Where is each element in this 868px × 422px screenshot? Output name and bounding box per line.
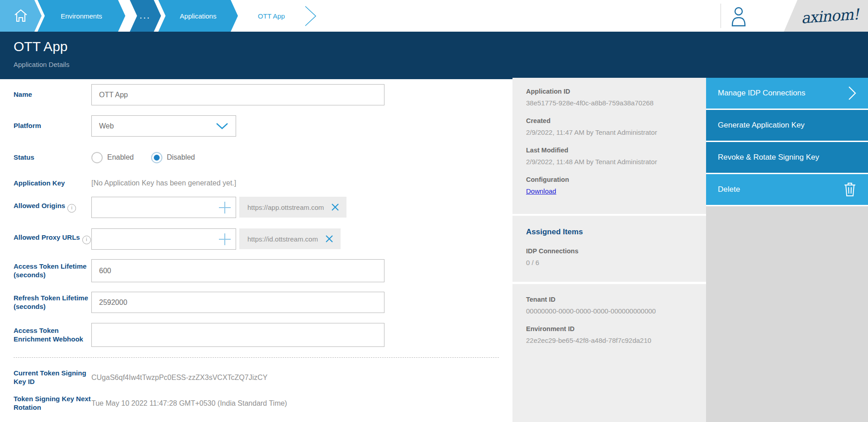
action-buttons: Manage IDP Connections Generate Applicat… (706, 78, 868, 422)
access-token-lifetime-input[interactable] (91, 259, 384, 282)
allowed-origins-label: Allowed Origins (14, 202, 91, 212)
info-panel-assigned-items: Assigned Items IDP Connections 0 / 6 (512, 216, 706, 282)
chevron-right-icon (848, 86, 856, 100)
platform-select[interactable]: Web (91, 115, 236, 137)
platform-label: Platform (14, 122, 91, 130)
topbar-divider (721, 4, 721, 28)
brand-logo: axinom! (784, 0, 868, 32)
download-configuration-link[interactable]: Download (526, 187, 556, 195)
chevron-right-icon (305, 6, 317, 28)
application-id-label: Application ID (526, 88, 693, 95)
allowed-proxy-url-chip: https://id.ottstream.com (239, 228, 341, 249)
current-signing-key-row: Current Token Signing Key ID CUgaS6qf4Iw… (14, 366, 267, 389)
name-label: Name (14, 90, 91, 99)
allowed-origins-row: Allowed Origins https://app.ottstream.co… (14, 196, 346, 218)
manage-idp-connections-button[interactable]: Manage IDP Connections (706, 78, 868, 109)
page-subtitle: Application Details (14, 61, 69, 68)
idp-connections-label: IDP Connections (526, 247, 693, 255)
allowed-proxy-urls-row: Allowed Proxy URLs https://id.ottstream.… (14, 228, 341, 250)
breadcrumb-applications[interactable]: Applications (158, 0, 238, 32)
application-id-value: 38e51775-928e-4f0c-a8b8-759a38a70268 (526, 99, 693, 107)
next-rotation-row: Token Signing Key Next Rotation Tue May … (14, 392, 287, 415)
breadcrumb: Environments ... Applications OTT App ax… (0, 0, 868, 32)
breadcrumb-current-ott-app: OTT App (239, 0, 304, 32)
allowed-proxy-url-chip-text: https://id.ottstream.com (247, 235, 318, 243)
assigned-items-title: Assigned Items (526, 228, 693, 237)
last-modified-value: 2/9/2022, 11:48 AM by Tenant Administrat… (526, 158, 693, 166)
revoke-rotate-signing-key-button[interactable]: Revoke & Rotate Signing Key (706, 142, 868, 173)
status-label: Status (14, 153, 91, 162)
environment-id-label: Environment ID (526, 325, 693, 332)
access-token-lifetime-row: Access Token Lifetime (seconds) (14, 259, 384, 282)
revoke-rotate-signing-key-label: Revoke & Rotate Signing Key (718, 153, 819, 162)
breadcrumb-environments[interactable]: Environments (38, 0, 125, 32)
status-radio-disabled-label: Disabled (167, 153, 195, 161)
allowed-proxy-urls-label: Allowed Proxy URLs (14, 233, 91, 244)
status-radio-enabled[interactable] (91, 152, 103, 163)
allowed-origin-chip-text: https://app.ottstream.com (247, 204, 324, 211)
created-value: 2/9/2022, 11:47 AM by Tenant Administrat… (526, 128, 693, 136)
status-radio-disabled[interactable] (151, 152, 162, 163)
breadcrumb-home[interactable] (0, 0, 42, 32)
add-origin-icon[interactable] (218, 201, 232, 216)
next-rotation-label: Token Signing Key Next Rotation (14, 395, 91, 412)
environment-id-value: 22e2ec29-be65-42f8-a48d-78f7c92da210 (526, 337, 693, 344)
access-token-lifetime-label: Access Token Lifetime (seconds) (14, 262, 91, 280)
idp-connections-count: 0 / 6 (526, 259, 693, 266)
delete-button[interactable]: Delete (706, 174, 868, 205)
info-panel-ids: Tenant ID 00000000-0000-0000-0000-000000… (512, 284, 706, 422)
platform-selected-value: Web (99, 122, 114, 130)
info-panel-metadata: Application ID 38e51775-928e-4f0c-a8b8-7… (512, 78, 706, 214)
page-title: OTT App (14, 39, 68, 54)
application-details-page: Environments ... Applications OTT App ax… (0, 0, 868, 422)
status-radio-enabled-label: Enabled (107, 153, 134, 161)
close-icon[interactable] (331, 203, 339, 211)
refresh-token-lifetime-row: Refresh Token Lifetime (seconds) (14, 291, 384, 313)
delete-label: Delete (718, 185, 740, 194)
manage-idp-connections-label: Manage IDP Connections (718, 89, 805, 98)
refresh-token-lifetime-input[interactable] (91, 292, 384, 313)
generate-application-key-label: Generate Application Key (718, 121, 805, 130)
refresh-token-lifetime-label: Refresh Token Lifetime (seconds) (14, 294, 91, 311)
current-signing-key-label: Current Token Signing Key ID (14, 369, 91, 386)
add-proxy-url-icon[interactable] (218, 232, 232, 248)
generate-application-key-button[interactable]: Generate Application Key (706, 110, 868, 141)
application-key-row: Application Key [No Application Key has … (14, 178, 236, 189)
actions-column-background (706, 206, 868, 422)
allowed-proxy-add-wrap (91, 228, 236, 250)
configuration-label: Configuration (526, 176, 693, 183)
page-header: OTT App Application Details (0, 32, 868, 79)
current-signing-key-value: CUgaS6qf4Iw4tTwzpPc0ESS-zzZX3sVCXTcZQ7Ji… (91, 374, 267, 382)
name-input[interactable] (91, 84, 384, 105)
chevron-down-icon (216, 123, 228, 129)
allowed-origin-chip: https://app.ottstream.com (239, 197, 346, 218)
webhook-label: Access Token Enrichment Webhook (14, 327, 91, 344)
application-key-value: [No Application Key has been generated y… (91, 179, 236, 187)
created-label: Created (526, 117, 693, 124)
user-icon[interactable] (730, 6, 747, 28)
platform-row: Platform Web (14, 115, 236, 137)
application-form: Name Platform Web Status Enabled Disable… (0, 79, 512, 422)
info-icon[interactable] (67, 204, 76, 213)
brand-logo-text: axinom! (801, 5, 859, 27)
name-row: Name (14, 84, 384, 106)
webhook-row: Access Token Enrichment Webhook (14, 323, 384, 347)
allowed-origins-add-wrap (91, 197, 236, 218)
home-icon (13, 8, 28, 24)
close-icon[interactable] (325, 235, 333, 243)
last-modified-label: Last Modified (526, 147, 693, 154)
section-divider (14, 357, 499, 358)
allowed-origins-input[interactable] (91, 197, 236, 218)
application-key-label: Application Key (14, 179, 91, 188)
breadcrumb-collapsed[interactable]: ... (130, 0, 161, 32)
trash-icon (844, 182, 856, 197)
allowed-proxy-urls-input[interactable] (91, 228, 236, 250)
tenant-id-label: Tenant ID (526, 296, 693, 303)
tenant-id-value: 00000000-0000-0000-0000-000000000000 (526, 307, 693, 315)
next-rotation-value: Tue May 10 2022 11:47:28 GMT+0530 (India… (91, 399, 287, 408)
status-row: Status Enabled Disabled (14, 149, 212, 166)
info-icon[interactable] (82, 236, 91, 244)
webhook-input[interactable] (91, 323, 384, 347)
